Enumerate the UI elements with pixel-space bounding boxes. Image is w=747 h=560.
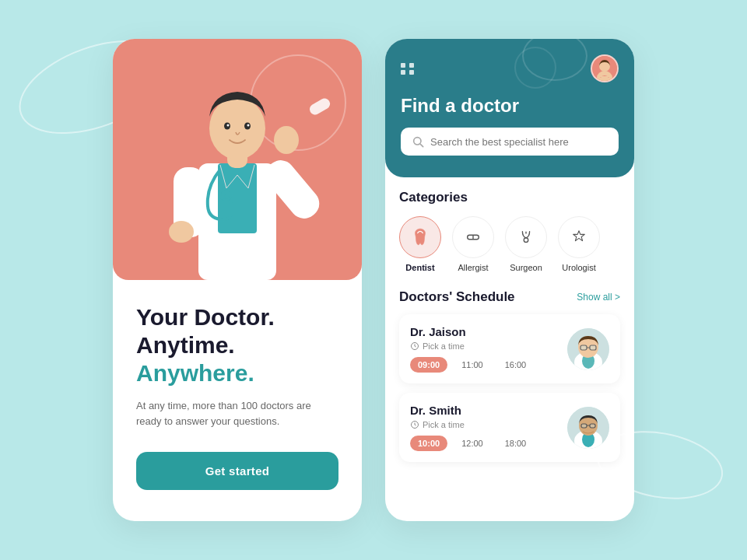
left-card: Your Doctor. Anytime. Anywhere. At any t…: [113, 39, 362, 521]
svg-point-11: [247, 124, 250, 127]
header-top: [401, 54, 619, 82]
category-surgeon[interactable]: Surgeon: [505, 216, 547, 272]
doctor-jaison-info: Dr. Jaison Pick a time 09:00 11:00 16:00: [410, 325, 559, 373]
specialty-icon: [570, 229, 587, 246]
grid-dot-4: [409, 70, 414, 75]
doctor-jaison-avatar: [567, 328, 609, 370]
left-content: Your Doctor. Anytime. Anywhere. At any t…: [113, 303, 362, 490]
allergist-label: Allergist: [458, 263, 488, 272]
avatar-svg: [592, 56, 617, 81]
svg-rect-28: [580, 345, 587, 350]
smith-avatar-svg: [567, 407, 609, 449]
category-dentist[interactable]: Dentist: [399, 216, 441, 272]
schedule-header: Doctors' Schedule Show all >: [399, 289, 620, 305]
grid-dot-2: [409, 63, 414, 68]
smith-slot-2[interactable]: 12:00: [454, 436, 491, 451]
show-all-link[interactable]: Show all >: [577, 292, 620, 303]
headline-line1: Your Doctor.: [136, 304, 275, 330]
urologist-label: Urologist: [562, 263, 595, 272]
headline-line2: Anytime.: [136, 332, 235, 358]
pick-time-label-smith: Pick a time: [423, 420, 465, 429]
doctor-jaison-name: Dr. Jaison: [410, 325, 559, 338]
svg-point-21: [524, 238, 528, 243]
get-started-button[interactable]: Get started: [136, 452, 338, 490]
doctor-illustration: [152, 54, 323, 280]
right-header: Find a doctor: [385, 39, 634, 177]
doctor-smith-info: Dr. Smith Pick a time 10:00 12:00 18:00: [410, 404, 559, 451]
right-body: Categories Dentist: [385, 177, 634, 521]
schedule-title: Doctors' Schedule: [399, 289, 515, 305]
doctor-card-smith[interactable]: Dr. Smith Pick a time 10:00 12:00 18:00: [399, 393, 620, 462]
categories-row: Dentist Allergist: [399, 216, 620, 272]
svg-rect-37: [590, 424, 595, 428]
pill-icon: [465, 229, 482, 246]
smith-slot-3[interactable]: 18:00: [497, 436, 535, 451]
search-input[interactable]: [430, 136, 608, 148]
doctor-card-jaison[interactable]: Dr. Jaison Pick a time 09:00 11:00 16:00: [399, 314, 620, 383]
surgeon-label: Surgeon: [510, 263, 542, 272]
allergist-icon-circle: [452, 216, 494, 258]
smith-slot-1[interactable]: 10:00: [410, 436, 447, 451]
svg-point-5: [169, 221, 194, 243]
grid-dot-1: [401, 63, 405, 68]
smith-time-slots: 10:00 12:00 18:00: [410, 436, 559, 451]
jaison-slot-3[interactable]: 16:00: [497, 357, 535, 373]
doctor-smith-avatar: [567, 407, 609, 449]
svg-point-4: [274, 126, 299, 154]
grid-dot-3: [401, 70, 405, 75]
right-card: Find a doctor Categories Dentist: [385, 39, 634, 521]
svg-line-18: [420, 144, 423, 146]
jaison-avatar-svg: [567, 328, 609, 370]
search-icon: [412, 135, 424, 148]
jaison-slot-1[interactable]: 09:00: [410, 357, 447, 373]
headline-line3: Anywhere.: [136, 360, 254, 386]
jaison-slot-2[interactable]: 11:00: [454, 357, 491, 373]
category-allergist[interactable]: Allergist: [452, 216, 494, 272]
menu-grid-icon[interactable]: [401, 63, 415, 75]
user-avatar[interactable]: [591, 54, 619, 82]
doctor-smith-name: Dr. Smith: [410, 404, 559, 417]
stethoscope-icon: [517, 229, 535, 246]
tooth-icon: [410, 227, 430, 247]
urologist-icon-circle: [558, 216, 600, 258]
svg-rect-36: [581, 424, 587, 428]
doctor-smith-pick-time: Pick a time: [410, 420, 559, 429]
search-bar[interactable]: [401, 128, 619, 156]
pick-time-label-jaison: Pick a time: [423, 341, 465, 351]
hero-image: [113, 39, 362, 280]
jaison-time-slots: 09:00 11:00 16:00: [410, 357, 559, 373]
find-doctor-title: Find a doctor: [401, 95, 619, 117]
categories-title: Categories: [399, 190, 620, 205]
dentist-label: Dentist: [405, 263, 434, 272]
clock-icon-smith: [410, 420, 419, 429]
clock-icon-jaison: [410, 341, 419, 351]
doctor-jaison-pick-time: Pick a time: [410, 341, 559, 351]
surgeon-icon-circle: [505, 216, 547, 258]
headline: Your Doctor. Anytime. Anywhere.: [136, 303, 338, 387]
svg-point-10: [227, 124, 230, 127]
category-urologist[interactable]: Urologist: [558, 216, 600, 272]
subtext: At any time, more than 100 doctors are r…: [136, 398, 338, 429]
svg-point-17: [414, 138, 421, 145]
svg-point-7: [209, 97, 265, 159]
svg-rect-29: [590, 345, 596, 350]
dentist-icon-circle: [399, 216, 441, 258]
